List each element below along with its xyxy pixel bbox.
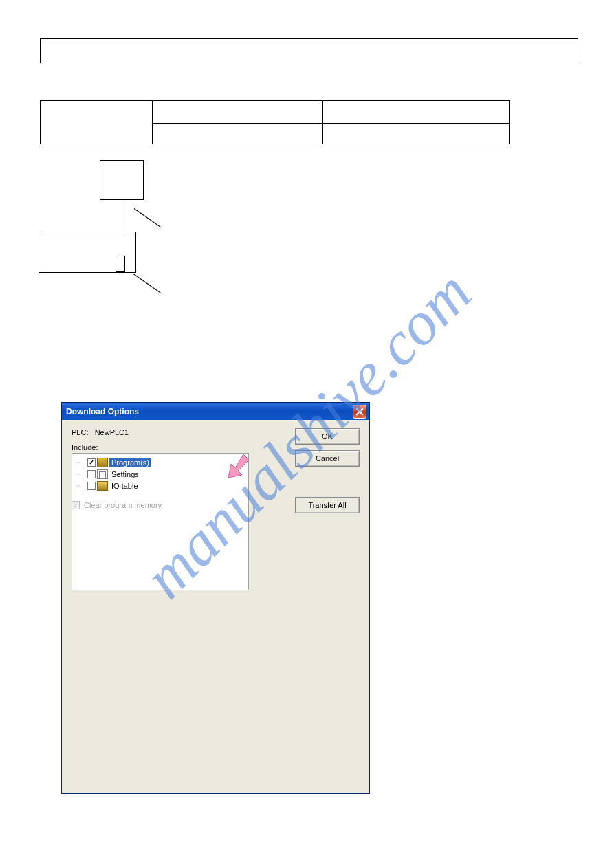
diagram-arrow-1 xyxy=(134,208,162,227)
tree-item-settings[interactable]: ┈ Settings xyxy=(76,468,244,480)
io-table-icon xyxy=(97,481,108,491)
checkbox-clear-memory xyxy=(72,501,80,509)
dialog-title: Download Options xyxy=(66,407,353,416)
tree-label-programs: Program(s) xyxy=(109,458,151,467)
diagram-arrow-2 xyxy=(133,274,161,293)
dialog-titlebar[interactable]: Download Options xyxy=(62,403,369,420)
tree-item-programs[interactable]: ┈ Program(s) xyxy=(76,456,244,468)
tree-connector-icon: ┈ xyxy=(76,459,86,466)
tree-connector-icon: ┈ xyxy=(76,471,86,478)
close-icon xyxy=(355,408,364,416)
checkbox-io-table[interactable] xyxy=(87,482,96,490)
clear-program-memory-row: Clear program memory xyxy=(72,501,162,509)
diagram-small-box xyxy=(116,256,125,272)
table-frame xyxy=(40,100,510,144)
checkbox-programs[interactable] xyxy=(87,458,96,467)
checkbox-settings[interactable] xyxy=(87,470,96,478)
plc-label: PLC: xyxy=(72,428,88,436)
empty-header-box xyxy=(40,38,578,63)
close-button[interactable] xyxy=(353,405,366,419)
tree-label-settings: Settings xyxy=(109,469,141,479)
pink-callout-arrow-icon xyxy=(223,453,250,480)
cancel-button[interactable]: Cancel xyxy=(295,450,360,467)
ok-button[interactable]: OK xyxy=(295,428,360,445)
diagram-box-top xyxy=(100,160,144,200)
programs-icon xyxy=(97,458,108,467)
tree-connector-icon: ┈ xyxy=(76,482,86,489)
diagram-connector xyxy=(122,200,122,232)
plc-value: NewPLC1 xyxy=(95,428,129,436)
clear-memory-label: Clear program memory xyxy=(84,501,162,509)
transfer-all-button[interactable]: Transfer All xyxy=(295,497,360,513)
svg-marker-0 xyxy=(228,454,249,478)
settings-icon xyxy=(97,469,108,479)
tree-item-io-table[interactable]: ┈ IO table xyxy=(76,480,244,491)
tree-label-io-table: IO table xyxy=(109,481,140,491)
download-options-dialog: Download Options PLC: NewPLC1 Include: ┈… xyxy=(61,402,370,794)
